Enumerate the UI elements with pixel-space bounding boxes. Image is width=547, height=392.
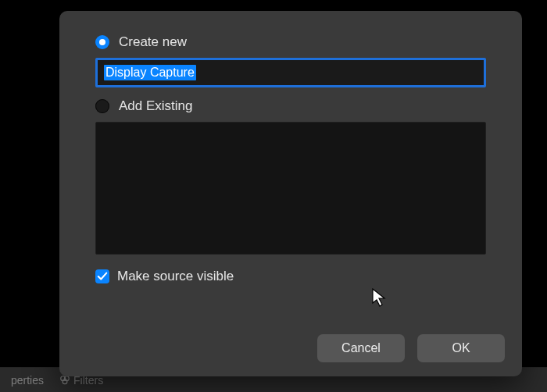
radio-create-new[interactable] xyxy=(95,35,109,49)
option-add-existing[interactable]: Add Existing xyxy=(95,98,486,114)
cancel-button[interactable]: Cancel xyxy=(317,334,405,362)
label-make-visible: Make source visible xyxy=(117,269,234,284)
source-name-text: Display Capture xyxy=(104,65,196,80)
label-add-existing: Add Existing xyxy=(119,98,193,114)
mouse-cursor-icon xyxy=(372,288,388,308)
create-source-dialog: Create new Display Capture Add Existing … xyxy=(59,11,522,376)
radio-add-existing[interactable] xyxy=(95,99,109,113)
checkbox-make-visible[interactable] xyxy=(95,269,109,283)
make-source-visible-row[interactable]: Make source visible xyxy=(95,269,486,284)
existing-sources-list[interactable] xyxy=(95,122,486,255)
source-name-input[interactable]: Display Capture xyxy=(95,58,486,87)
dialog-footer: Cancel OK xyxy=(317,334,505,362)
ok-button[interactable]: OK xyxy=(417,334,505,362)
option-create-new[interactable]: Create new xyxy=(95,34,486,50)
check-icon xyxy=(97,271,108,282)
label-create-new: Create new xyxy=(119,34,187,50)
dock-tab-properties: perties xyxy=(3,371,52,390)
